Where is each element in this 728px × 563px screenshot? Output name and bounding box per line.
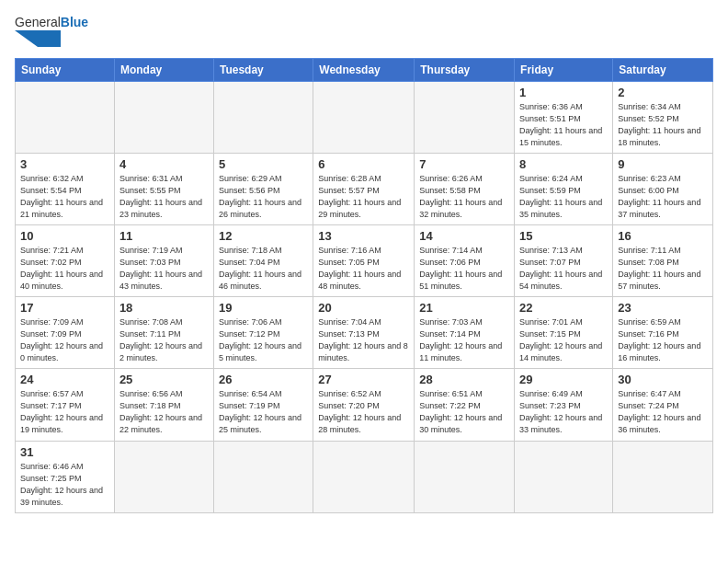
day-number: 17 xyxy=(20,301,109,315)
day-number: 11 xyxy=(119,229,209,243)
calendar-cell xyxy=(613,441,713,512)
logo-shape-icon xyxy=(15,30,61,47)
day-info: Sunrise: 7:14 AM Sunset: 7:06 PM Dayligh… xyxy=(419,245,509,293)
day-number: 28 xyxy=(419,373,509,386)
day-info: Sunrise: 7:19 AM Sunset: 7:03 PM Dayligh… xyxy=(119,245,209,293)
logo-text: GeneralBlue xyxy=(15,15,88,51)
day-info: Sunrise: 6:57 AM Sunset: 7:17 PM Dayligh… xyxy=(20,388,109,436)
day-info: Sunrise: 6:31 AM Sunset: 5:55 PM Dayligh… xyxy=(119,173,209,221)
day-number: 8 xyxy=(519,157,608,171)
day-info: Sunrise: 7:16 AM Sunset: 7:05 PM Dayligh… xyxy=(318,245,409,293)
calendar-cell: 5Sunrise: 6:29 AM Sunset: 5:56 PM Daylig… xyxy=(213,153,313,224)
calendar-cell: 3Sunrise: 6:32 AM Sunset: 5:54 PM Daylig… xyxy=(16,153,115,224)
calendar-cell: 26Sunrise: 6:54 AM Sunset: 7:19 PM Dayli… xyxy=(213,369,313,441)
day-number: 31 xyxy=(20,445,109,459)
day-info: Sunrise: 6:59 AM Sunset: 7:16 PM Dayligh… xyxy=(618,316,708,364)
day-info: Sunrise: 6:24 AM Sunset: 5:59 PM Dayligh… xyxy=(519,173,608,221)
calendar-cell xyxy=(213,81,313,153)
day-info: Sunrise: 6:51 AM Sunset: 7:22 PM Dayligh… xyxy=(419,388,509,436)
weekday-header-sunday: Sunday xyxy=(16,58,115,81)
calendar-cell: 9Sunrise: 6:23 AM Sunset: 6:00 PM Daylig… xyxy=(613,153,713,224)
day-number: 23 xyxy=(618,301,708,315)
day-number: 14 xyxy=(419,229,509,243)
calendar-week-row: 1Sunrise: 6:36 AM Sunset: 5:51 PM Daylig… xyxy=(16,81,713,153)
day-info: Sunrise: 7:01 AM Sunset: 7:15 PM Dayligh… xyxy=(519,316,608,364)
calendar-cell: 24Sunrise: 6:57 AM Sunset: 7:17 PM Dayli… xyxy=(16,369,115,441)
day-info: Sunrise: 6:54 AM Sunset: 7:19 PM Dayligh… xyxy=(219,388,308,436)
calendar-cell: 14Sunrise: 7:14 AM Sunset: 7:06 PM Dayli… xyxy=(415,224,515,296)
day-number: 29 xyxy=(519,373,608,386)
day-info: Sunrise: 7:03 AM Sunset: 7:14 PM Dayligh… xyxy=(419,316,509,364)
calendar-cell: 10Sunrise: 7:21 AM Sunset: 7:02 PM Dayli… xyxy=(16,224,115,296)
page-container: GeneralBlue SundayMondayTuesdayWednesday… xyxy=(15,15,713,513)
weekday-header-friday: Friday xyxy=(515,58,613,81)
calendar-cell xyxy=(415,441,515,512)
day-number: 6 xyxy=(318,157,409,171)
calendar-cell: 18Sunrise: 7:08 AM Sunset: 7:11 PM Dayli… xyxy=(114,297,213,369)
calendar-cell xyxy=(114,441,213,512)
calendar-cell: 17Sunrise: 7:09 AM Sunset: 7:09 PM Dayli… xyxy=(16,297,115,369)
day-info: Sunrise: 6:29 AM Sunset: 5:56 PM Dayligh… xyxy=(219,173,308,221)
calendar-cell: 25Sunrise: 6:56 AM Sunset: 7:18 PM Dayli… xyxy=(114,369,213,441)
day-number: 27 xyxy=(318,373,409,386)
day-number: 5 xyxy=(219,157,308,171)
day-number: 2 xyxy=(618,86,708,99)
calendar-cell: 12Sunrise: 7:18 AM Sunset: 7:04 PM Dayli… xyxy=(213,224,313,296)
day-number: 24 xyxy=(20,373,109,386)
header: GeneralBlue xyxy=(15,15,713,51)
calendar-cell: 19Sunrise: 7:06 AM Sunset: 7:12 PM Dayli… xyxy=(213,297,313,369)
calendar-week-row: 24Sunrise: 6:57 AM Sunset: 7:17 PM Dayli… xyxy=(16,369,713,441)
calendar-cell: 28Sunrise: 6:51 AM Sunset: 7:22 PM Dayli… xyxy=(415,369,515,441)
weekday-header-row: SundayMondayTuesdayWednesdayThursdayFrid… xyxy=(16,58,713,81)
day-number: 7 xyxy=(419,157,509,171)
day-number: 9 xyxy=(618,157,708,171)
calendar-cell: 2Sunrise: 6:34 AM Sunset: 5:52 PM Daylig… xyxy=(613,81,713,153)
day-number: 10 xyxy=(20,229,109,243)
calendar-cell: 1Sunrise: 6:36 AM Sunset: 5:51 PM Daylig… xyxy=(515,81,613,153)
calendar-cell xyxy=(16,81,115,153)
logo: GeneralBlue xyxy=(15,15,88,51)
day-number: 15 xyxy=(519,229,608,243)
day-info: Sunrise: 6:49 AM Sunset: 7:23 PM Dayligh… xyxy=(519,388,608,436)
day-info: Sunrise: 7:08 AM Sunset: 7:11 PM Dayligh… xyxy=(119,316,209,364)
day-info: Sunrise: 6:56 AM Sunset: 7:18 PM Dayligh… xyxy=(119,388,209,436)
weekday-header-monday: Monday xyxy=(114,58,213,81)
day-info: Sunrise: 6:34 AM Sunset: 5:52 PM Dayligh… xyxy=(618,101,708,149)
day-number: 19 xyxy=(219,301,308,315)
day-info: Sunrise: 6:32 AM Sunset: 5:54 PM Dayligh… xyxy=(20,173,109,221)
day-number: 25 xyxy=(119,373,209,386)
calendar-cell xyxy=(213,441,313,512)
day-number: 4 xyxy=(119,157,209,171)
day-number: 22 xyxy=(519,301,608,315)
calendar-cell: 22Sunrise: 7:01 AM Sunset: 7:15 PM Dayli… xyxy=(515,297,613,369)
day-info: Sunrise: 7:13 AM Sunset: 7:07 PM Dayligh… xyxy=(519,245,608,293)
calendar-table: SundayMondayTuesdayWednesdayThursdayFrid… xyxy=(15,58,713,513)
calendar-cell: 27Sunrise: 6:52 AM Sunset: 7:20 PM Dayli… xyxy=(313,369,415,441)
day-number: 18 xyxy=(119,301,209,315)
calendar-cell: 13Sunrise: 7:16 AM Sunset: 7:05 PM Dayli… xyxy=(313,224,415,296)
day-number: 20 xyxy=(318,301,409,315)
calendar-cell xyxy=(313,81,415,153)
calendar-cell: 15Sunrise: 7:13 AM Sunset: 7:07 PM Dayli… xyxy=(515,224,613,296)
day-info: Sunrise: 7:11 AM Sunset: 7:08 PM Dayligh… xyxy=(618,245,708,293)
day-number: 3 xyxy=(20,157,109,171)
day-info: Sunrise: 7:09 AM Sunset: 7:09 PM Dayligh… xyxy=(20,316,109,364)
calendar-cell: 11Sunrise: 7:19 AM Sunset: 7:03 PM Dayli… xyxy=(114,224,213,296)
day-info: Sunrise: 6:47 AM Sunset: 7:24 PM Dayligh… xyxy=(618,388,708,436)
day-info: Sunrise: 6:46 AM Sunset: 7:25 PM Dayligh… xyxy=(20,461,109,509)
calendar-cell: 23Sunrise: 6:59 AM Sunset: 7:16 PM Dayli… xyxy=(613,297,713,369)
day-number: 30 xyxy=(618,373,708,386)
day-info: Sunrise: 7:18 AM Sunset: 7:04 PM Dayligh… xyxy=(219,245,308,293)
weekday-header-tuesday: Tuesday xyxy=(213,58,313,81)
calendar-cell xyxy=(313,441,415,512)
calendar-cell: 30Sunrise: 6:47 AM Sunset: 7:24 PM Dayli… xyxy=(613,369,713,441)
calendar-cell: 21Sunrise: 7:03 AM Sunset: 7:14 PM Dayli… xyxy=(415,297,515,369)
calendar-cell: 4Sunrise: 6:31 AM Sunset: 5:55 PM Daylig… xyxy=(114,153,213,224)
day-info: Sunrise: 7:06 AM Sunset: 7:12 PM Dayligh… xyxy=(219,316,308,364)
day-number: 16 xyxy=(618,229,708,243)
calendar-cell: 20Sunrise: 7:04 AM Sunset: 7:13 PM Dayli… xyxy=(313,297,415,369)
day-number: 12 xyxy=(219,229,308,243)
calendar-week-row: 10Sunrise: 7:21 AM Sunset: 7:02 PM Dayli… xyxy=(16,224,713,296)
calendar-week-row: 17Sunrise: 7:09 AM Sunset: 7:09 PM Dayli… xyxy=(16,297,713,369)
day-number: 13 xyxy=(318,229,409,243)
